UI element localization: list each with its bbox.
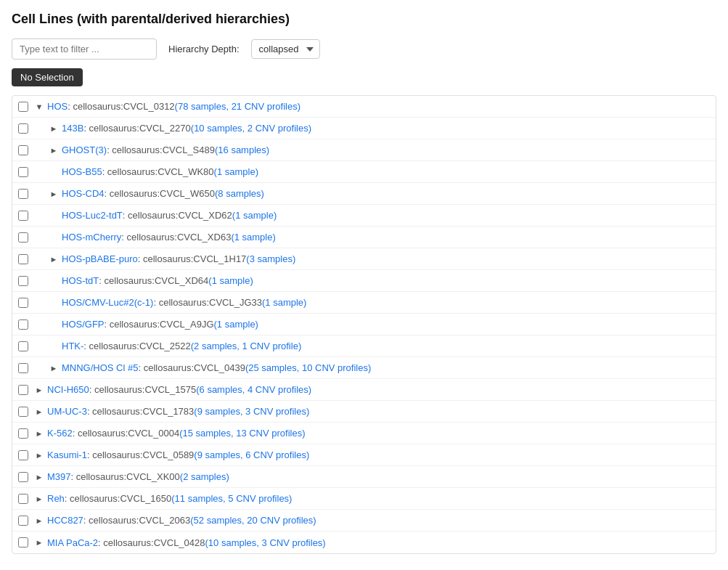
cell-name-link[interactable]: HOS-tdT: [62, 275, 99, 286]
row-checkbox[interactable]: [18, 145, 28, 155]
cell-name-link[interactable]: HOS: [47, 101, 68, 112]
cell-id: : cellosaurus:CVCL_0312: [68, 101, 174, 112]
expand-button[interactable]: ►: [33, 514, 46, 527]
cell-stats-link[interactable]: (1 sample): [262, 297, 306, 308]
tree-row: HTK-: cellosaurus:CVCL_2522 (2 samples, …: [12, 335, 716, 357]
cell-name-link[interactable]: MNNG/HOS Cl #5: [62, 362, 138, 373]
cell-stats-link[interactable]: (1 sample): [231, 232, 275, 243]
cell-name-link[interactable]: NCI-H650: [47, 384, 89, 395]
expand-button[interactable]: ►: [33, 427, 46, 440]
expand-button[interactable]: ►: [33, 405, 46, 418]
row-checkbox[interactable]: [18, 363, 28, 373]
row-content: HOS/CMV-Luc#2(c-1): cellosaurus:CVCL_JG3…: [62, 297, 306, 308]
expand-button[interactable]: ►: [33, 449, 46, 462]
expand-button[interactable]: ►: [47, 122, 60, 135]
cell-stats-link[interactable]: (1 sample): [208, 275, 253, 286]
cell-name-link[interactable]: HOS-B55: [62, 166, 102, 177]
row-content: Reh: cellosaurus:CVCL_1650 (11 samples, …: [47, 493, 292, 504]
tree-row: ▼HOS: cellosaurus:CVCL_0312 (78 samples,…: [12, 96, 716, 118]
cell-name-link[interactable]: HTK-: [62, 341, 83, 351]
cell-stats-link[interactable]: (6 samples, 4 CNV profiles): [196, 384, 311, 395]
cell-id: : cellosaurus:CVCL_XK00: [71, 471, 180, 482]
row-checkbox[interactable]: [18, 276, 28, 286]
cell-stats-link[interactable]: (10 samples, 3 CNV profiles): [205, 537, 326, 548]
cell-name-link[interactable]: HOS-mCherry: [62, 232, 121, 243]
row-checkbox[interactable]: [18, 167, 28, 177]
row-checkbox[interactable]: [18, 472, 28, 482]
expand-button[interactable]: ►: [47, 253, 60, 266]
row-checkbox[interactable]: [18, 428, 28, 439]
cell-name-link[interactable]: 143B: [62, 123, 83, 134]
expand-button[interactable]: ►: [33, 383, 46, 396]
cell-stats-link[interactable]: (78 samples, 21 CNV profiles): [175, 101, 300, 112]
cell-stats-link[interactable]: (16 samples): [215, 144, 269, 155]
cell-stats-link[interactable]: (2 samples): [180, 471, 229, 482]
cell-name-link[interactable]: Kasumi-1: [47, 449, 87, 460]
row-checkbox[interactable]: [18, 189, 28, 199]
cell-stats-link[interactable]: (8 samples): [215, 188, 264, 199]
cell-stats-link[interactable]: (11 samples, 5 CNV profiles): [171, 493, 292, 504]
row-checkbox[interactable]: [18, 341, 28, 351]
tree-row: HOS/GFP: cellosaurus:CVCL_A9JG (1 sample…: [12, 314, 716, 335]
cell-name-link[interactable]: Reh: [47, 493, 65, 504]
cell-stats-link[interactable]: (25 samples, 10 CNV profiles): [245, 362, 371, 373]
row-checkbox[interactable]: [18, 450, 28, 460]
expand-button[interactable]: ▼: [33, 100, 46, 113]
row-checkbox[interactable]: [18, 385, 28, 395]
cell-name-link[interactable]: HOS-Luc2-tdT: [62, 210, 123, 221]
row-content: 143B: cellosaurus:CVCL_2270 (10 samples,…: [62, 123, 311, 134]
row-checkbox[interactable]: [18, 494, 28, 504]
expand-button[interactable]: ►: [33, 492, 46, 505]
expand-button[interactable]: ►: [33, 536, 46, 549]
row-checkbox[interactable]: [18, 516, 28, 526]
cell-stats-link[interactable]: (9 samples, 3 CNV profiles): [194, 406, 309, 417]
expand-button[interactable]: ►: [47, 187, 60, 200]
cell-stats-link[interactable]: (10 samples, 2 CNV profiles): [191, 123, 311, 134]
row-checkbox[interactable]: [18, 123, 28, 134]
hierarchy-depth-select[interactable]: collapsed 1 2 3 all: [251, 39, 320, 59]
row-content: HOS-tdT: cellosaurus:CVCL_XD64 (1 sample…: [62, 275, 253, 286]
row-checkbox[interactable]: [18, 298, 28, 308]
expand-button[interactable]: ►: [33, 471, 46, 484]
cell-name-link[interactable]: GHOST(3): [62, 144, 107, 155]
tree-row: ►UM-UC-3: cellosaurus:CVCL_1783 (9 sampl…: [12, 401, 716, 423]
tree-row: HOS-B55: cellosaurus:CVCL_WK80 (1 sample…: [12, 161, 716, 183]
row-checkbox[interactable]: [18, 407, 28, 417]
cell-id: : cellosaurus:CVCL_0589: [87, 449, 194, 460]
row-checkbox[interactable]: [18, 537, 28, 547]
cell-stats-link[interactable]: (52 samples, 20 CNV profiles): [190, 515, 316, 526]
tree-row: HOS-Luc2-tdT: cellosaurus:CVCL_XD62 (1 s…: [12, 205, 716, 227]
tree-container: ▼HOS: cellosaurus:CVCL_0312 (78 samples,…: [12, 95, 716, 554]
row-checkbox[interactable]: [18, 254, 28, 264]
row-checkbox[interactable]: [18, 211, 28, 221]
cell-name-link[interactable]: M397: [47, 471, 71, 482]
row-checkbox[interactable]: [18, 319, 28, 330]
filter-input[interactable]: [12, 38, 157, 60]
tree-row: ►HCC827: cellosaurus:CVCL_2063 (52 sampl…: [12, 510, 716, 532]
cell-stats-link[interactable]: (1 sample): [232, 210, 277, 221]
expand-button[interactable]: ►: [47, 362, 60, 375]
cell-name-link[interactable]: HOS-pBABE-puro: [62, 253, 138, 264]
row-checkbox[interactable]: [18, 102, 28, 112]
row-content: K-562: cellosaurus:CVCL_0004 (15 samples…: [47, 428, 306, 439]
cell-name-link[interactable]: K-562: [47, 428, 73, 439]
cell-name-link[interactable]: HOS/GFP: [62, 319, 105, 330]
cell-name-link[interactable]: HOS/CMV-Luc#2(c-1): [62, 297, 153, 308]
cell-name-link[interactable]: HOS-CD4: [62, 188, 105, 199]
cell-stats-link[interactable]: (1 sample): [214, 319, 258, 330]
cell-name-link[interactable]: HCC827: [47, 515, 83, 526]
cell-name-link[interactable]: MIA PaCa-2: [47, 537, 98, 548]
row-content: HCC827: cellosaurus:CVCL_2063 (52 sample…: [47, 515, 316, 526]
cell-name-link[interactable]: UM-UC-3: [47, 406, 87, 417]
cell-stats-link[interactable]: (1 sample): [214, 166, 258, 177]
cell-stats-link[interactable]: (2 samples, 1 CNV profile): [191, 341, 301, 351]
cell-stats-link[interactable]: (3 samples): [246, 253, 295, 264]
hierarchy-depth-label: Hierarchy Depth:: [168, 44, 240, 54]
tree-row: ►M397: cellosaurus:CVCL_XK00 (2 samples): [12, 466, 716, 488]
no-selection-button[interactable]: No Selection: [12, 68, 83, 86]
expand-button[interactable]: ►: [47, 144, 60, 157]
cell-stats-link[interactable]: (9 samples, 6 CNV profiles): [194, 449, 309, 460]
row-checkbox[interactable]: [18, 232, 28, 243]
cell-stats-link[interactable]: (15 samples, 13 CNV profiles): [179, 428, 305, 439]
cell-id: : cellosaurus:CVCL_1H17: [138, 253, 247, 264]
